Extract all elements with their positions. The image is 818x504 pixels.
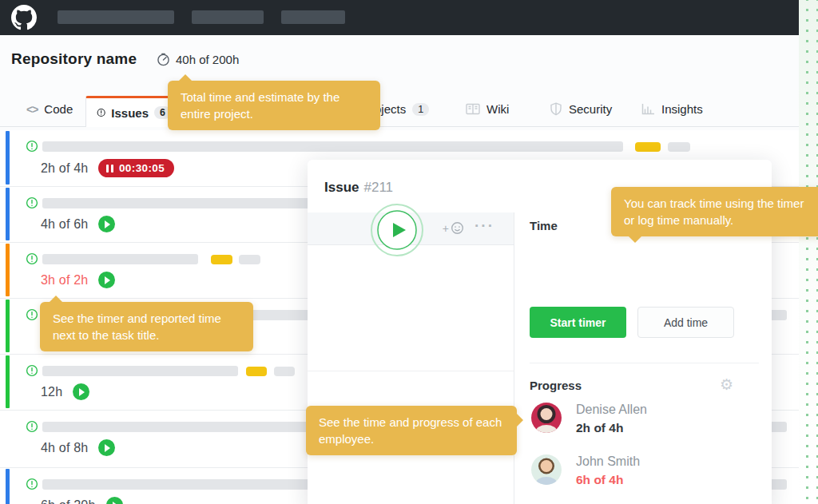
tab-issues[interactable]: Issues 6 — [85, 96, 172, 127]
issue-color-edge — [6, 131, 10, 185]
tab-code[interactable]: <> Code — [26, 102, 73, 116]
page-title: Repository name — [11, 50, 137, 68]
pause-icon — [106, 165, 113, 173]
reported-time-over: 3h of 2h — [41, 273, 88, 288]
start-timer-play-icon[interactable] — [98, 439, 115, 456]
github-logo-icon[interactable] — [11, 5, 37, 30]
member-time: 2h of 4h — [576, 421, 647, 435]
nav-placeholder — [58, 10, 174, 24]
issue-open-icon — [97, 106, 105, 119]
issue-title-skeleton — [42, 254, 198, 264]
time-section-heading: Time — [530, 219, 558, 232]
reported-time: 2h of 4h — [41, 161, 88, 176]
tooltip-caret — [50, 296, 62, 302]
projects-count-badge: 1 — [412, 103, 429, 116]
label-chip — [274, 367, 295, 376]
add-time-button[interactable]: Add time — [637, 307, 734, 338]
project-total-time: 40h of 200h — [157, 53, 239, 66]
tab-security[interactable]: Security — [550, 102, 612, 116]
progress-section-heading: Progress — [530, 379, 582, 392]
nav-placeholder — [192, 10, 264, 24]
dot-pattern — [799, 0, 818, 504]
issue-open-icon — [26, 478, 38, 490]
big-play-button[interactable] — [370, 203, 424, 257]
start-timer-play-icon[interactable] — [73, 383, 89, 400]
reported-time: 6h of 20h — [41, 498, 96, 504]
issue-open-icon — [26, 420, 38, 433]
issue-color-edge — [6, 300, 10, 352]
tooltip-timer-hint: See the timer and reported time next to … — [40, 302, 253, 351]
reported-time: 4h of 8h — [41, 441, 88, 455]
divider — [308, 371, 514, 371]
start-timer-play-icon[interactable] — [98, 272, 115, 288]
label-chip — [668, 142, 690, 152]
gear-icon[interactable]: ⚙ — [720, 377, 733, 392]
start-timer-play-icon[interactable] — [98, 216, 115, 232]
member-name: Denise Allen — [576, 403, 647, 417]
member-name: John Smith — [576, 454, 640, 469]
issue-color-edge — [6, 355, 10, 408]
label-chip — [246, 367, 267, 376]
running-timer-badge[interactable]: 00:30:05 — [98, 159, 174, 177]
estimate-clock-icon — [157, 53, 170, 66]
issue-color-edge — [6, 188, 10, 240]
tooltip-employee-progress: See the time and progress of each employ… — [306, 406, 517, 455]
nav-placeholder — [281, 10, 345, 24]
member-progress-row: John Smith 6h of 4h — [531, 454, 640, 487]
label-chip — [239, 255, 260, 264]
tooltip-project-total: Total time and estimate by the entire pr… — [168, 81, 380, 130]
avatar — [531, 454, 562, 485]
issue-description-panel: + ··· — [308, 212, 514, 504]
issue-title-skeleton — [42, 366, 238, 376]
tooltip-caret — [629, 236, 641, 243]
issue-open-icon — [26, 140, 38, 153]
label-chip — [635, 142, 661, 152]
security-shield-icon — [550, 102, 562, 116]
add-reaction-icon[interactable]: + — [443, 221, 464, 235]
member-time-over: 6h of 4h — [576, 473, 640, 487]
page: Repository name 40h of 200h <> Code Issu… — [0, 0, 818, 504]
reported-time: 12h — [41, 385, 62, 399]
issue-open-icon — [26, 308, 38, 321]
issue-open-icon — [26, 252, 38, 265]
more-options-icon[interactable]: ··· — [475, 217, 494, 235]
issue-color-edge — [6, 469, 10, 504]
top-navbar — [0, 0, 799, 35]
issue-color-edge — [6, 244, 10, 296]
divider — [530, 363, 759, 363]
tooltip-caret — [179, 74, 192, 81]
start-timer-button[interactable]: Start timer — [530, 307, 626, 338]
insights-graph-icon — [641, 103, 655, 115]
issue-title-skeleton — [42, 141, 623, 152]
reported-time: 4h of 6h — [41, 217, 88, 232]
start-timer-play-icon[interactable] — [106, 497, 123, 504]
issue-open-icon — [26, 196, 38, 209]
tooltip-track-time: You can track time using the timer or lo… — [611, 187, 818, 236]
member-progress-row: Denise Allen 2h of 4h — [531, 403, 647, 435]
tab-insights[interactable]: Insights — [641, 102, 703, 116]
wiki-book-icon — [466, 103, 480, 115]
code-icon: <> — [26, 103, 38, 116]
issue-modal-title: Issue#211 — [324, 180, 393, 196]
label-chip — [211, 255, 232, 264]
avatar — [531, 403, 562, 433]
issue-open-icon — [26, 364, 38, 377]
tooltip-caret — [517, 414, 523, 427]
tab-wiki[interactable]: Wiki — [466, 102, 509, 116]
issue-number: #211 — [363, 180, 393, 195]
